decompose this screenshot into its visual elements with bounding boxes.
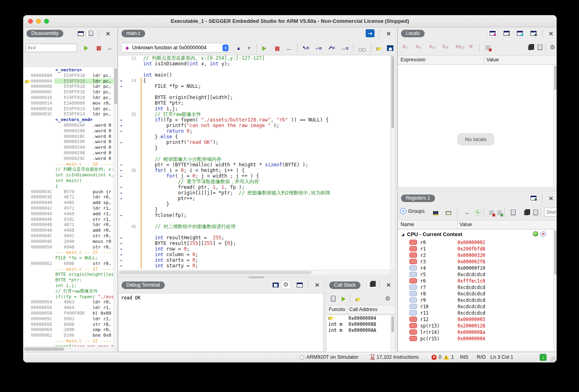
disassembly-stop-button[interactable] (94, 44, 103, 53)
stop-button[interactable] (272, 44, 282, 53)
code-line[interactable]: ▸ return 0; (118, 128, 390, 134)
disassembly-row[interactable]: 000000444469add r1, (23, 211, 113, 217)
code-line[interactable]: } (118, 207, 390, 212)
goto-button[interactable]: → (462, 208, 472, 217)
disassembly-row[interactable]: FILE *fp = NULL; (23, 255, 113, 261)
register-group-header[interactable]: ◢ CPU - Current Context ✕ (398, 230, 553, 239)
register-row[interactable]: r10x200fbfd8 (398, 246, 553, 252)
terminal-output[interactable]: read OK (118, 293, 324, 352)
disassembly-row[interactable]: 0000001CE59FF014ldr pc, (23, 111, 113, 117)
tab-disassembly[interactable]: Disassembly (26, 30, 63, 37)
disassembly-row[interactable]: int i,j; (23, 283, 113, 289)
step-over-button[interactable]: ⌐≡ (314, 44, 324, 53)
registers-search-input[interactable] (544, 208, 557, 216)
register-row[interactable]: r90xcdcdcdcd (398, 297, 553, 303)
watch3-view-button[interactable] (528, 29, 538, 38)
disassembly-row[interactable]: // 打开raw图像文件 (23, 289, 113, 294)
add-watch-button[interactable] (495, 208, 504, 217)
code-line[interactable]: ▸ int starty = 0; (118, 263, 390, 269)
callstack-row[interactable]: int m0x000000AA (327, 327, 391, 333)
code-line[interactable]: ▸ ptr = (BYTE*)malloc( width * height * … (118, 162, 390, 168)
registers-copy-button[interactable] (521, 208, 531, 217)
disassembly-row[interactable]: --- main.c -- 22 ---------------- (23, 338, 113, 344)
disassembly-row[interactable]: 00000008E59FF018ldr pc, (23, 84, 113, 89)
register-row[interactable]: r100xcdcdcdcd (398, 303, 553, 310)
disassembly-row[interactable]: 00000290.word 0 (23, 139, 113, 145)
code-line[interactable]: } (118, 201, 390, 207)
terminal-log-button[interactable] (271, 281, 280, 289)
disassembly-row[interactable]: 000000506048str r0, (23, 244, 113, 250)
code-line[interactable]: int main() (118, 72, 390, 78)
disassembly-close-button[interactable]: ✕ (103, 29, 113, 38)
code-line[interactable]: // 逐字节读取图像数据，并写入内存 (118, 179, 390, 184)
code-line[interactable]: 40 // 对二维数组中的图像数据进行处理 (118, 224, 390, 229)
register-row[interactable]: r30x000002f8 (398, 259, 553, 265)
disassembly-hscrollbar[interactable] (23, 346, 113, 351)
locals-copy-button[interactable] (525, 43, 535, 52)
code-line[interactable] (118, 89, 390, 95)
code-line[interactable]: ▸30 for( i = 0; i < height; i++ ) { (118, 168, 390, 173)
code-line[interactable]: ▸ if((fp = fopen( "./assets/butter128.ra… (118, 117, 390, 123)
registers-close-button[interactable]: ✕ (546, 194, 556, 203)
show-next-statement-button[interactable] (374, 44, 384, 53)
callstack-close-button[interactable]: ✕ (384, 281, 393, 289)
collapse-triangle-icon[interactable]: ◢ (401, 230, 404, 239)
code-line[interactable]: ▸ for( j = 0; j < width ; j ++ ) { (118, 173, 390, 179)
disassembly-address-input[interactable] (26, 44, 77, 52)
code-line[interactable]: BYTE *ptr; (118, 100, 390, 106)
disassembly-row[interactable]: BYTE origin[height][wid (23, 272, 113, 277)
memory2-button[interactable] (443, 209, 453, 218)
terminal-window-button[interactable] (295, 281, 304, 289)
disassembly-row[interactable]: BYTE *ptr; (23, 277, 113, 283)
col-value[interactable]: Value (486, 57, 499, 63)
function-selector[interactable]: ◆ Unknown function at 0x00000004 ▲▼ (121, 43, 230, 53)
radix-button-5[interactable]: X±₁₀ (456, 44, 464, 49)
error-count[interactable]: ✕ 0 (431, 354, 441, 360)
code-line[interactable]: ▸ fclose(fp); (118, 212, 390, 218)
warning-count[interactable]: 1 (443, 354, 454, 360)
break-button[interactable] (385, 44, 395, 53)
disassembly-row[interactable]: <_vectors_end> (23, 117, 113, 123)
radix-button-3[interactable]: X₁₀ (429, 44, 435, 49)
callstack-frames-button[interactable] (367, 280, 377, 289)
register-row[interactable]: r120x00000003 (398, 316, 553, 323)
register-row[interactable]: lr(r14)0x0000008a (398, 329, 553, 335)
code-line[interactable]: } (118, 145, 390, 151)
disassembly-row[interactable]: 0000029C.word 0 (23, 156, 113, 162)
column-divider[interactable] (457, 220, 458, 229)
run-to-cursor-button[interactable]: →≡ (340, 44, 349, 53)
disassembly-row[interactable]: 000000544863ldr r0, (23, 299, 113, 305)
code-line[interactable] (118, 229, 390, 235)
red-x-circle-icon[interactable]: ✕ (541, 231, 546, 237)
code-line[interactable]: ▸ printf("can not open the raw image " )… (118, 123, 390, 128)
disassembly-row[interactable]: 0000003E4E71ldr r6, (23, 194, 113, 200)
nav-up-button[interactable]: ▲ (234, 44, 243, 53)
code-line[interactable] (118, 67, 390, 72)
code-line[interactable]: ▸ int row = 0; (118, 246, 390, 252)
resize-grip[interactable] (551, 357, 556, 362)
disassembly-row[interactable]: { (23, 184, 113, 189)
disassembly-row[interactable]: --- main.c -- 17 ---------------- (23, 267, 113, 272)
editor-vscrollbar[interactable] (391, 55, 395, 270)
radix-button-2[interactable]: X₈ (416, 44, 421, 49)
terminal-close-button[interactable]: ✕ (312, 281, 322, 289)
disassembly-row[interactable]: <_vectors> (23, 67, 113, 73)
radix-button-6[interactable]: 'X' (469, 44, 474, 49)
disassembly-row[interactable]: int isInDiamond(int x, (23, 172, 113, 178)
disassembly-row[interactable]: 00000010E59FF018ldr pc, (23, 95, 113, 101)
callstack-row[interactable]: int m0x00000088 (327, 321, 391, 327)
nav-down-button[interactable]: ▼ (244, 44, 254, 53)
code-line[interactable]: 20 // 打开raw图像文件 (118, 111, 390, 117)
col-call-address[interactable]: Call Address (349, 307, 377, 312)
tab-debug-terminal[interactable]: Debug Terminal (121, 281, 165, 289)
registers-view-button[interactable] (528, 194, 538, 202)
callstack-row[interactable]: 0x00000004 (327, 315, 391, 321)
code-line[interactable]: ▸ int resultHeight = 255; (118, 235, 390, 240)
editor-hscrollbar[interactable] (118, 270, 390, 275)
disassembly-row[interactable]: if((fp = fopen( "./asse (23, 294, 113, 300)
disassembly-row[interactable]: 0000003CB570push {r (23, 189, 113, 195)
column-divider[interactable] (347, 305, 348, 314)
disassembly-row[interactable]: 000000469102str r1, (23, 217, 113, 222)
disassembly-row[interactable]: 0000004C9001str r0, (23, 233, 113, 239)
groups-dropdown[interactable]: ▾ Groups (400, 208, 425, 214)
